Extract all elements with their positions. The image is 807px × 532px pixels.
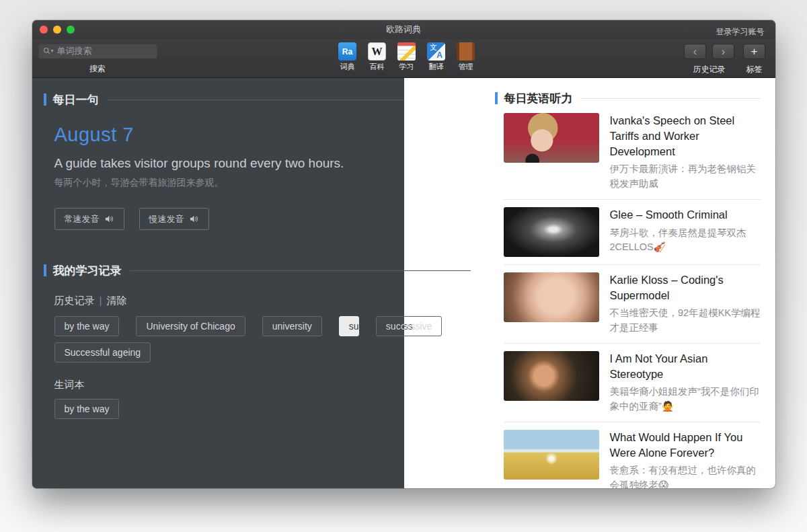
- history-forward-button[interactable]: ›: [712, 44, 734, 59]
- chevron-left-icon: ‹: [693, 46, 697, 57]
- close-button[interactable]: [40, 26, 48, 34]
- section-title: 我的学习记录: [53, 263, 122, 278]
- tool-label: 翻译: [429, 63, 444, 71]
- plus-icon: +: [751, 46, 758, 57]
- history-tags: by the way University of Chicago univers…: [54, 316, 455, 363]
- search-label: 搜索: [38, 65, 157, 73]
- toolbar-item-wikipedia[interactable]: W 百科: [362, 42, 392, 71]
- listening-item-text: Karlie Kloss – Coding's Supermodel 不当维密天…: [610, 272, 761, 336]
- toolbar-item-translate[interactable]: 文 A 翻译: [422, 42, 451, 71]
- section-accent-bar: [44, 264, 46, 276]
- tool-label: 百科: [370, 63, 385, 71]
- section-accent-bar: [44, 93, 46, 106]
- tool-label: 管理: [459, 63, 473, 71]
- listening-list: Ivanka's Speech on Steel Tariffs and Wor…: [504, 109, 761, 488]
- normal-speed-label: 常速发音: [65, 213, 100, 225]
- section-rule: [130, 270, 471, 271]
- tool-label: 学习: [399, 63, 414, 71]
- search-field[interactable]: ▾: [38, 43, 157, 59]
- history-tag[interactable]: University of Chicago: [136, 316, 245, 336]
- toolbar-item-dictionary[interactable]: Ra 词典: [333, 42, 362, 71]
- wordbook-title: 生词本: [54, 379, 404, 391]
- daily-sentence-header: 每日一句: [32, 93, 404, 106]
- zoom-button[interactable]: [67, 26, 75, 34]
- normal-speed-button[interactable]: 常速发音: [54, 208, 124, 230]
- listening-pane: 每日英语听力 Ivanka's Speech on Steel Tariffs …: [404, 78, 775, 488]
- tag-label: 标签: [743, 65, 766, 73]
- listening-item-text: What Would Happen If You Were Alone Fore…: [610, 430, 761, 488]
- history-tag[interactable]: successfulness: [339, 316, 359, 336]
- toolbar: ▾ 搜索 Ra 词典 W 百科 学习 文 A: [32, 39, 775, 78]
- dictionary-icon: Ra: [338, 42, 356, 61]
- listening-item-title: Karlie Kloss – Coding's Supermodel: [610, 272, 761, 303]
- asian-woman-thumbnail: [504, 351, 599, 401]
- slow-speed-label: 慢速发音: [149, 213, 184, 225]
- history-label: 历史记录: [684, 65, 735, 73]
- clear-history-button[interactable]: 清除: [106, 295, 126, 306]
- translate-icon-en: A: [436, 51, 443, 59]
- chevron-down-icon: ▾: [51, 48, 54, 54]
- pronounce-buttons: 常速发音 慢速发音: [54, 208, 404, 230]
- window-title: 欧路词典: [32, 24, 775, 36]
- daily-sentence-pane: 每日一句 August 7 A guide takes visitor grou…: [32, 78, 404, 488]
- history-tag[interactable]: university: [262, 316, 322, 336]
- listening-item-text: Glee – Smooth Criminal 琴房斗歌，伴奏居然是提琴双杰2CE…: [610, 207, 761, 257]
- study-record-header: 我的学习记录: [32, 264, 404, 277]
- traffic-lights: [40, 26, 75, 34]
- login-account-link[interactable]: 登录学习账号: [716, 26, 765, 38]
- toolbar-item-study[interactable]: 学习: [392, 42, 422, 71]
- speaker-icon: [189, 214, 199, 224]
- history-tag[interactable]: by the way: [54, 316, 120, 336]
- search-icon: [43, 47, 50, 54]
- wheat-field-thumbnail: [504, 430, 599, 480]
- divider: |: [100, 295, 102, 306]
- listening-item[interactable]: I Am Not Your Asian Stereotype 美籍华裔小姐姐发声…: [504, 344, 761, 422]
- michael-jackson-thumbnail: [504, 207, 599, 257]
- listening-item-title: Glee – Smooth Criminal: [610, 207, 761, 223]
- main-content: 每日一句 August 7 A guide takes visitor grou…: [32, 78, 775, 488]
- history-tag[interactable]: successive: [376, 316, 442, 336]
- tool-label: 词典: [340, 63, 355, 71]
- chevron-right-icon: ›: [722, 46, 725, 57]
- listening-item[interactable]: Karlie Kloss – Coding's Supermodel 不当维密天…: [504, 265, 761, 344]
- listening-item-title: I Am Not Your Asian Stereotype: [610, 351, 761, 382]
- section-accent-bar: [495, 92, 498, 104]
- karlie-kloss-thumbnail: [504, 272, 599, 322]
- listening-item-text: Ivanka's Speech on Steel Tariffs and Wor…: [610, 113, 761, 192]
- toolbar-tools: Ra 词典 W 百科 学习 文 A 翻译 管理: [333, 42, 481, 71]
- listening-header: 每日英语听力: [404, 91, 775, 105]
- listening-item[interactable]: Glee – Smooth Criminal 琴房斗歌，伴奏居然是提琴双杰2CE…: [504, 200, 761, 265]
- listening-item-desc: 丧愈系：有没有想过，也许你真的会孤独终老😱: [610, 463, 761, 488]
- listening-item-desc: 伊万卡最新演讲：再为老爸钢铝关税发声助威: [610, 162, 761, 192]
- daily-sentence-translation: 每两个小时，导游会带着旅游团来参观。: [54, 177, 404, 189]
- dictionary-icon-glyph: Ra: [342, 47, 352, 56]
- section-title: 每日一句: [53, 92, 99, 108]
- listening-item[interactable]: Ivanka's Speech on Steel Tariffs and Wor…: [504, 109, 761, 200]
- slow-speed-button[interactable]: 慢速发音: [139, 208, 209, 230]
- history-back-button[interactable]: ‹: [684, 44, 706, 59]
- listening-item-text: I Am Not Your Asian Stereotype 美籍华裔小姐姐发声…: [610, 351, 761, 414]
- section-title: 每日英语听力: [504, 91, 573, 106]
- add-tag-button[interactable]: +: [743, 44, 765, 59]
- wikipedia-icon: W: [368, 42, 386, 61]
- ivanka-speech-thumbnail: [504, 113, 599, 163]
- search-group: ▾ 搜索: [38, 43, 157, 73]
- listening-item[interactable]: What Would Happen If You Were Alone Fore…: [504, 422, 761, 488]
- toolbar-item-manage[interactable]: 管理: [451, 42, 481, 71]
- history-tag[interactable]: Successful ageing: [54, 342, 151, 363]
- wordbook-tag[interactable]: by the way: [54, 399, 120, 419]
- wikipedia-icon-glyph: W: [372, 46, 383, 58]
- listening-item-title: Ivanka's Speech on Steel Tariffs and Wor…: [610, 113, 761, 159]
- minimize-button[interactable]: [53, 26, 61, 34]
- listening-item-desc: 琴房斗歌，伴奏居然是提琴双杰2CELLOS🎻: [610, 226, 761, 256]
- listening-item-desc: 不当维密天使，92年超模KK学编程才是正经事: [610, 306, 761, 336]
- notebook-icon: [397, 42, 416, 61]
- listening-item-title: What Would Happen If You Were Alone Fore…: [610, 430, 761, 461]
- history-title: 历史记录: [54, 295, 95, 306]
- search-scope-dropdown[interactable]: ▾: [43, 47, 54, 54]
- tag-group: + 标签: [743, 44, 766, 73]
- section-rule: [581, 98, 761, 99]
- search-input[interactable]: [56, 45, 153, 56]
- listening-item-desc: 美籍华裔小姐姐发声“我不是你们印象中的亚裔”🙅: [610, 385, 761, 414]
- bookshelf-icon: [457, 42, 475, 61]
